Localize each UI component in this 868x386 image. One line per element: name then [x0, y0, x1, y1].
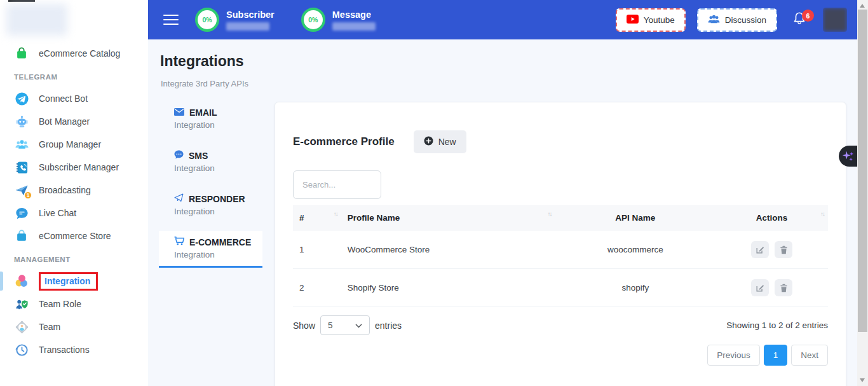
previous-page-button[interactable]: Previous	[707, 345, 760, 366]
integration-subnav: EMAIL Integration SMS Integration RESPON…	[159, 102, 262, 268]
sort-icon: ↑↓	[820, 210, 824, 217]
sidebar-item-label: Group Manager	[39, 139, 101, 149]
sidebar-item-label: Live Chat	[39, 208, 76, 218]
scrollbar-down-arrow[interactable]	[860, 378, 865, 382]
tab-responder-integration[interactable]: RESPONDER Integration	[159, 188, 262, 223]
sidebar-section-telegram: TELEGRAM	[0, 67, 148, 87]
group-people-icon	[14, 137, 29, 152]
sidebar-item-label: Team Role	[39, 299, 81, 309]
history-clock-icon	[14, 342, 29, 357]
plus-circle-icon	[424, 136, 433, 148]
edit-button[interactable]	[751, 279, 769, 296]
sidebar-item-label: Team	[39, 322, 60, 332]
sidebar-item-integration[interactable]: Integration	[0, 270, 148, 293]
column-header-num[interactable]: #↑↓	[293, 205, 341, 231]
profile-name-cell: WooCommerce Store	[341, 231, 555, 269]
discussion-button-label: Discussion	[725, 15, 766, 25]
sidebar-item-group-manager[interactable]: Group Manager	[0, 133, 148, 156]
sidebar-item-team-role[interactable]: Team Role	[0, 293, 148, 315]
tab-subtitle: Integration	[174, 250, 257, 259]
email-icon	[174, 107, 184, 118]
sidebar-item-label: Transactions	[39, 345, 90, 355]
new-profile-button[interactable]: New	[414, 130, 466, 153]
edit-button[interactable]	[751, 241, 769, 258]
ecommerce-profile-card: E-commerce Profile New #↑↓ Profile Name↑…	[275, 102, 846, 386]
scrollbar-thumb[interactable]	[858, 10, 867, 332]
sidebar-item-label: Bot Manager	[39, 116, 90, 127]
subscriber-stat-label: Subscriber	[226, 10, 275, 20]
sidebar-item-transactions[interactable]: Transactions	[0, 338, 148, 361]
delete-button[interactable]	[775, 241, 792, 258]
delete-button[interactable]	[775, 279, 792, 296]
sidebar-section-management: MANAGEMENT	[0, 249, 148, 270]
sidebar-item-connect-bot[interactable]: Connect Bot	[0, 87, 148, 110]
avatar-image-blurred	[823, 8, 847, 32]
sms-icon	[174, 150, 184, 161]
user-avatar[interactable]	[823, 8, 847, 32]
notification-count-badge: 6	[802, 10, 814, 22]
logo-strip	[8, 0, 35, 2]
column-header-actions[interactable]: Actions↑↓	[715, 205, 828, 231]
app-logo-blurred	[6, 4, 67, 36]
tab-ecommerce-integration[interactable]: E-COMMERCE Integration	[159, 231, 262, 268]
sidebar-item-bot-manager[interactable]: Bot Manager	[0, 110, 148, 133]
tab-email-integration[interactable]: EMAIL Integration	[159, 102, 262, 136]
current-page-button[interactable]: 1	[764, 345, 788, 366]
responder-plane-icon	[174, 193, 184, 204]
top-header-bar: 0% Subscriber 0% Message Youtube Discuss…	[148, 0, 857, 39]
column-header-profile-name[interactable]: Profile Name↑↓	[341, 205, 555, 231]
discussion-users-icon	[708, 15, 720, 25]
sidebar-item-team[interactable]: Team	[0, 315, 148, 338]
message-stat-value-blurred	[332, 22, 376, 31]
sidebar-item-broadcasting[interactable]: 1 Broadcasting	[0, 179, 148, 202]
chat-bubble-icon	[14, 205, 29, 221]
message-stat-label: Message	[332, 10, 376, 20]
robot-icon	[14, 114, 29, 129]
page-size-select[interactable]: 5	[320, 315, 370, 335]
sidebar-item-label: Integration	[44, 276, 90, 286]
page-subtitle: Integrate 3rd Party APIs	[161, 79, 248, 88]
sidebar-item-ecommerce-store[interactable]: eCommerce Store	[0, 224, 148, 247]
table-row: 2 Shopify Store shopify	[293, 269, 828, 307]
youtube-icon	[627, 15, 639, 25]
api-name-cell: woocommerce	[555, 231, 716, 269]
tab-sms-integration[interactable]: SMS Integration	[159, 144, 262, 179]
profiles-table: #↑↓ Profile Name↑↓ API Name Actions↑↓ 1 …	[293, 205, 828, 307]
show-label: Show	[293, 321, 315, 331]
sidebar-item-live-chat[interactable]: Live Chat	[0, 202, 148, 224]
contact-book-phone-icon	[14, 160, 29, 175]
youtube-button-label: Youtube	[644, 15, 675, 25]
row-number: 2	[293, 269, 341, 307]
broadcast-plane-icon: 1	[14, 183, 29, 198]
ai-assistant-fab[interactable]	[839, 146, 857, 167]
subscriber-stat-value-blurred	[226, 22, 269, 31]
new-button-label: New	[438, 137, 456, 147]
tab-title: EMAIL	[189, 107, 217, 118]
entries-summary: Showing 1 to 2 of 2 entries	[726, 321, 828, 330]
pagination: Previous 1 Next	[293, 345, 828, 366]
sidebar-item-label: Subscriber Manager	[39, 162, 119, 172]
next-page-button[interactable]: Next	[791, 345, 828, 366]
notification-bell-icon[interactable]: 6	[792, 11, 806, 29]
tab-title: SMS	[189, 151, 208, 161]
tab-subtitle: Integration	[174, 207, 257, 216]
chevron-down-icon	[355, 321, 362, 330]
sparkles-icon	[841, 149, 855, 163]
sidebar-item-label: eCommerce Catalog	[39, 48, 120, 59]
sidebar-item-ecommerce-catalog[interactable]: eCommerce Catalog	[0, 42, 148, 65]
column-header-api-name[interactable]: API Name	[555, 205, 716, 231]
scrollbar-up-arrow[interactable]	[860, 4, 865, 8]
sort-icon: ↑↓	[548, 210, 552, 217]
tab-title: RESPONDER	[189, 194, 245, 204]
shopping-bag-green-icon	[14, 46, 29, 61]
api-name-cell: shopify	[555, 269, 716, 307]
discussion-button[interactable]: Discussion	[697, 8, 777, 32]
page-size-value: 5	[328, 321, 333, 330]
hamburger-menu-icon[interactable]	[163, 11, 179, 28]
youtube-button[interactable]: Youtube	[616, 8, 686, 32]
search-input[interactable]	[293, 170, 381, 199]
telegram-icon	[14, 91, 29, 106]
message-progress-circle: 0%	[301, 8, 325, 32]
sidebar-item-subscriber-manager[interactable]: Subscriber Manager	[0, 156, 148, 179]
profile-name-cell: Shopify Store	[341, 269, 555, 307]
